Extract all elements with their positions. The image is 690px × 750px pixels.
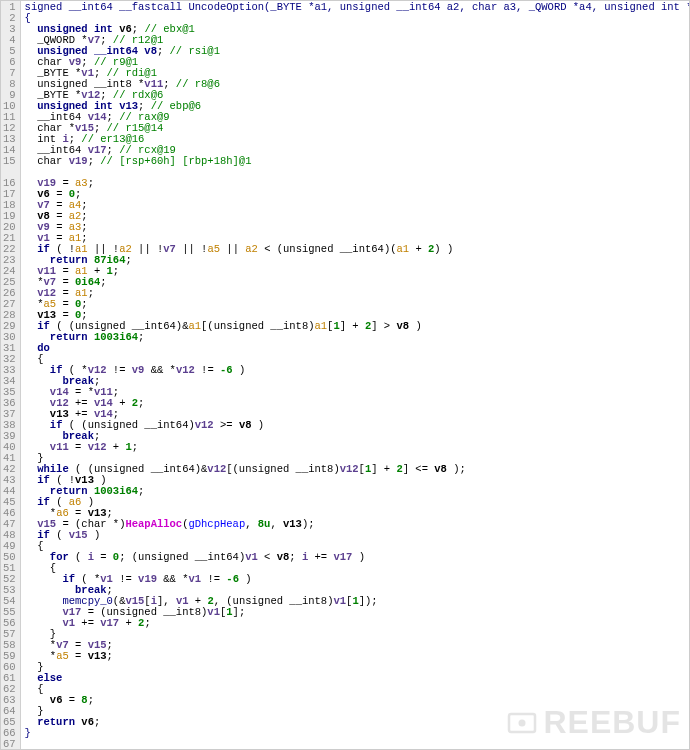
line-number-gutter: 1234567891011121314151617181920212223242… [1,1,21,750]
decompiler-code-view: 1234567891011121314151617181920212223242… [1,1,689,750]
code-area[interactable]: signed __int64 __fastcall UncodeOption(_… [21,1,690,750]
